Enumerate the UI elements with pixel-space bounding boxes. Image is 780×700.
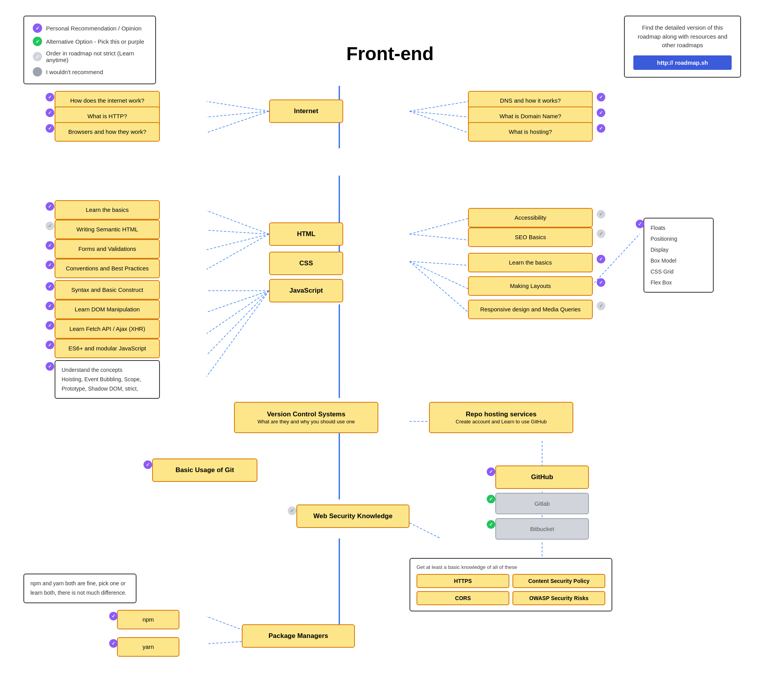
badge-fetch: ✓ — [46, 321, 54, 330]
badge-forms: ✓ — [46, 241, 54, 250]
vcs-line1: Version Control Systems — [267, 410, 345, 419]
badge-dns: ✓ — [597, 93, 605, 101]
svg-line-0 — [207, 101, 269, 111]
legend-item-personal: ✓ Personal Recommendation / Opinion — [33, 23, 147, 33]
fetch-node[interactable]: Learn Fetch API / Ajax (XHR) — [55, 319, 160, 339]
css-sub-box: Floats Positioning Display Box Model CSS… — [644, 218, 714, 293]
browsers-node[interactable]: Browsers and how they work? — [55, 122, 160, 142]
understand-line3: Prototype, Shadow DOM, strict, — [62, 386, 138, 392]
responsive-node[interactable]: Responsive design and Media Queries — [468, 300, 593, 319]
legend-icon-purple: ✓ — [33, 23, 42, 33]
github-node[interactable]: GitHub — [495, 465, 589, 489]
vcs-node[interactable]: Version Control Systems What are they an… — [234, 402, 378, 433]
npm-node[interactable]: npm — [117, 610, 179, 629]
understand-line2: Hoisting, Event Bubbling, Scope, — [62, 376, 141, 382]
css-box-model: Box Model — [651, 255, 707, 266]
hosting-node[interactable]: What is hosting? — [468, 122, 593, 142]
legend-label-order: Order in roadmap not strict (Learn anyti… — [46, 50, 147, 63]
svg-line-5 — [410, 111, 468, 133]
badge-accessibility: ✓ — [597, 210, 605, 219]
info-link[interactable]: http:// roadmap.sh — [633, 55, 732, 70]
css-positioning: Positioning — [651, 233, 707, 244]
svg-line-19 — [207, 291, 269, 355]
badge-yarn: ✓ — [109, 639, 118, 648]
learn-basics-html-node[interactable]: Learn the basics — [55, 200, 160, 220]
making-layouts-node[interactable]: Making Layouts — [468, 276, 593, 296]
svg-line-11 — [410, 234, 468, 240]
css-floats: Floats — [651, 222, 707, 233]
security-note: Get at least a basic knowledge of all of… — [417, 564, 605, 570]
badge-responsive: ✓ — [597, 302, 605, 310]
badge-hosting: ✓ — [597, 124, 605, 133]
vcs-line2: What are they and why you should use one — [257, 419, 355, 425]
info-text: Find the detailed version of this roadma… — [633, 23, 732, 50]
legend-item-alternative: ✓ Alternative Option - Pick this or purp… — [33, 37, 147, 46]
legend-icon-green: ✓ — [33, 37, 42, 46]
svg-line-6 — [207, 211, 269, 234]
https-node[interactable]: HTTPS — [417, 574, 509, 588]
javascript-node[interactable]: JavaScript — [269, 279, 343, 302]
yarn-node[interactable]: yarn — [117, 637, 179, 657]
es6-node[interactable]: ES6+ and modular JavaScript — [55, 339, 160, 358]
svg-line-18 — [207, 291, 269, 334]
csp-node[interactable]: Content Security Policy — [512, 574, 605, 588]
svg-line-1 — [207, 111, 269, 117]
svg-line-9 — [207, 234, 269, 269]
internet-node[interactable]: Internet — [269, 99, 343, 123]
css-flexbox: Flex Box — [651, 277, 707, 288]
badge-github: ✓ — [487, 467, 495, 476]
badge-domain: ✓ — [597, 108, 605, 117]
html-node[interactable]: HTML — [269, 222, 343, 246]
badge-browsers: ✓ — [46, 124, 54, 133]
seo-node[interactable]: SEO Basics — [468, 227, 593, 247]
svg-line-2 — [207, 111, 269, 133]
svg-line-10 — [410, 219, 468, 234]
understand-box: Understand the concepts Hoisting, Event … — [55, 360, 160, 399]
security-container: Get at least a basic knowledge of all of… — [410, 558, 612, 611]
badge-gitlab: ✓ — [487, 495, 495, 503]
css-grid: CSS Grid — [651, 266, 707, 277]
legend-item-order: ✓ Order in roadmap not strict (Learn any… — [33, 50, 147, 63]
gitlab-node[interactable]: Gitlab — [495, 493, 589, 514]
package-managers-node[interactable]: Package Managers — [242, 624, 355, 648]
svg-line-4 — [410, 111, 468, 117]
badge-conventions: ✓ — [46, 261, 54, 269]
badge-making-layouts: ✓ — [597, 278, 605, 287]
legend-icon-gray-light: ✓ — [33, 52, 42, 61]
badge-learn-basics-html: ✓ — [46, 202, 54, 211]
repo-line2: Create account and Learn to use GitHub — [456, 419, 546, 425]
semantic-html-node[interactable]: Writing Semantic HTML — [55, 220, 160, 239]
repo-hosting-node[interactable]: Repo hosting services Create account and… — [429, 402, 573, 433]
repo-line1: Repo hosting services — [466, 410, 536, 419]
forms-node[interactable]: Forms and Validations — [55, 239, 160, 259]
bitbucket-node[interactable]: Bitbucket — [495, 518, 589, 540]
web-security-node[interactable]: Web Security Knowledge — [296, 505, 410, 528]
svg-line-13 — [410, 261, 468, 289]
legend-item-not-recommended: I wouldn't recommend — [33, 67, 147, 76]
security-grid: HTTPS Content Security Policy CORS OWASP… — [417, 574, 605, 605]
conventions-node[interactable]: Conventions and Best Practices — [55, 259, 160, 278]
svg-line-3 — [410, 101, 468, 111]
badge-web-security: ✓ — [288, 506, 296, 515]
learn-basics-css-node[interactable]: Learn the basics — [468, 253, 593, 272]
owasp-node[interactable]: OWASP Security Risks — [512, 591, 605, 605]
basic-git-node[interactable]: Basic Usage of Git — [152, 458, 257, 482]
accessibility-node[interactable]: Accessibility — [468, 208, 593, 227]
legend-label-not-recommended: I wouldn't recommend — [46, 69, 103, 75]
badge-learn-basics-css: ✓ — [597, 255, 605, 263]
understand-line1: Understand the concepts — [62, 367, 122, 373]
badge-es6: ✓ — [46, 341, 54, 349]
dom-node[interactable]: Learn DOM Manipulation — [55, 300, 160, 319]
svg-line-17 — [207, 291, 269, 312]
legend-label-alternative: Alternative Option - Pick this or purple — [46, 38, 144, 45]
syntax-node[interactable]: Syntax and Basic Construct — [55, 280, 160, 300]
badge-how-internet: ✓ — [46, 93, 54, 101]
svg-line-25 — [410, 523, 441, 538]
badge-bitbucket: ✓ — [487, 520, 495, 529]
legend-box: ✓ Personal Recommendation / Opinion ✓ Al… — [23, 16, 156, 84]
svg-line-7 — [207, 230, 269, 234]
svg-line-8 — [207, 234, 269, 250]
cors-node[interactable]: CORS — [417, 591, 509, 605]
css-node[interactable]: CSS — [269, 252, 343, 275]
badge-basic-git: ✓ — [144, 460, 152, 469]
